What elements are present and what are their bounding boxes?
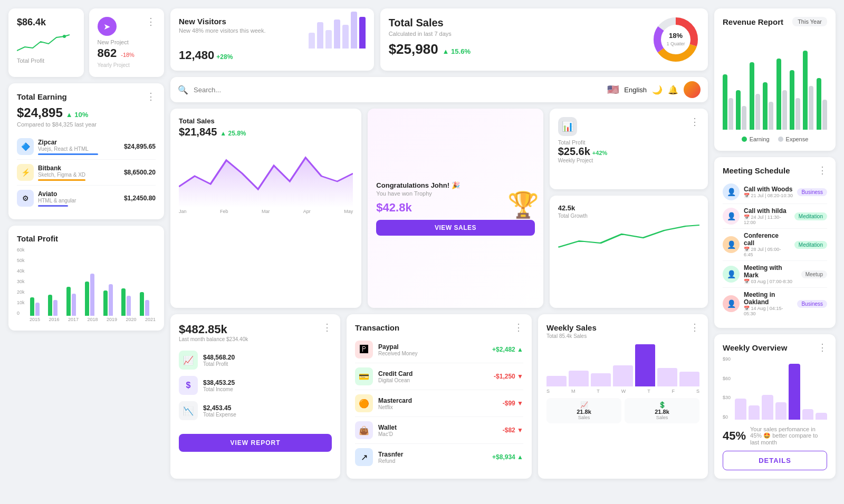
tp-bar-2015 <box>30 297 46 316</box>
bitbank-sub: Sketch, Figma & XD <box>38 172 124 178</box>
aviato-sub: HTML & angular <box>38 198 124 203</box>
total-profit-mini-chart <box>17 32 70 53</box>
tp-bar-2018 <box>85 274 101 316</box>
weekly-sales-more[interactable]: ⋮ <box>690 323 699 332</box>
tp-bar-2020 <box>121 288 137 316</box>
nv-bar-6 <box>351 12 357 49</box>
nv-bar-7 <box>359 17 366 49</box>
balance-item-profit: 📈 $48,568.20 Total Profit <box>179 347 332 373</box>
aviato-bar <box>38 205 68 207</box>
tp-bar-2016 <box>48 295 64 316</box>
earning-item-zipcar: 🔷 Zipcar Vuejs, React & HTML $24,895.65 <box>17 134 156 160</box>
new-visitors-title: New Visitors <box>179 17 265 26</box>
transaction-title: Transaction <box>355 323 399 332</box>
svg-point-0 <box>63 35 66 38</box>
transfer-icon: ↗ <box>355 448 373 466</box>
transaction-more[interactable]: ⋮ <box>514 323 523 332</box>
nv-bar-3 <box>325 30 332 49</box>
revenue-report-card: Revenue Report This Year Earning <box>714 8 836 151</box>
new-project-badge: -18% <box>121 52 135 58</box>
meeting-hilda: 👤 Call with hilda 📅 24 Jul | 11:30-12:00… <box>723 204 827 229</box>
total-growth-value: 42.5k <box>558 204 699 212</box>
total-profit-chart-card: Total Profit 60k 50k 40k 30k 20k 10k 0 <box>8 226 164 331</box>
zipcar-bar <box>38 153 98 155</box>
new-project-icon: ➤ <box>98 17 117 36</box>
wo-bar-6 <box>802 409 814 420</box>
total-profit-widget-badge: +42% <box>592 150 607 156</box>
wo-bar-7 <box>816 413 827 420</box>
meeting-oakland: 👤 Meeting in Oakland 📅 14 Aug | 04:15-05… <box>723 288 827 319</box>
total-profit-widget-card: 📊 ⋮ Total Profit $25.6k +42% Weekly Proj… <box>550 109 708 189</box>
weekly-overview-more[interactable]: ⋮ <box>818 343 827 352</box>
meeting-schedule-card: Meeting Schedule ⋮ 👤 Call with Woods 📅 2… <box>714 157 836 328</box>
ws-bar-t2 <box>635 344 655 386</box>
total-profit-chart-title: Total Profit <box>17 234 156 243</box>
details-button[interactable]: DETAILS <box>723 451 827 470</box>
total-earning-title: Total Earning <box>17 92 67 101</box>
wo-bar-3 <box>762 395 773 420</box>
trophy-icon: 🏆 <box>507 190 539 220</box>
moon-icon[interactable]: 🌙 <box>652 85 663 95</box>
ws-bar-s1 <box>546 376 567 386</box>
language-label: English <box>624 86 647 94</box>
new-project-more[interactable]: ⋮ <box>146 17 156 26</box>
total-sales-top-badge: ▲ 15.6% <box>443 47 471 55</box>
total-sales-line-chart <box>179 144 353 208</box>
column-1: $86.4k Total Profit ➤ ⋮ New Project 862 <box>8 8 164 479</box>
total-sales-donut: 18% 1 Quater <box>652 16 699 63</box>
total-earning-value: $24,895 <box>17 105 63 120</box>
total-earning-compare: Compared to $84,325 last year <box>17 121 156 128</box>
meeting-schedule-more[interactable]: ⋮ <box>818 166 827 175</box>
earning-legend-label: Earning <box>750 136 770 142</box>
meeting-conference: 👤 Conference call 📅 28 Jul | 05:00-6:45 … <box>723 229 827 261</box>
zipcar-icon: 🔷 <box>17 138 34 155</box>
svg-text:18%: 18% <box>669 32 683 40</box>
wo-bar-5 <box>789 364 800 420</box>
balance-more[interactable]: ⋮ <box>322 323 332 332</box>
bell-icon[interactable]: 🔔 <box>668 85 678 95</box>
new-visitors-value: 12,480 <box>179 49 214 62</box>
mark-badge: Meetup <box>801 270 827 278</box>
column-3: Revenue Report This Year Earning <box>714 8 836 479</box>
total-sales-chart-title: Total Sales <box>179 117 353 125</box>
meeting-mark: 👤 Meeting with Mark 📅 03 Aug | 07:00-8:3… <box>723 261 827 288</box>
expense-legend-dot <box>778 137 783 142</box>
balance-sub: Last month balance $234.40k <box>179 336 248 342</box>
search-input[interactable] <box>194 86 602 94</box>
hilda-avatar: 👤 <box>723 208 740 225</box>
earning-legend-dot <box>742 137 747 142</box>
wo-bar-1 <box>735 399 746 420</box>
weekly-overview-desc: Your sales perfomance in 45% 🤩 better co… <box>750 426 827 445</box>
total-earning-more[interactable]: ⋮ <box>146 92 156 101</box>
nv-bar-5 <box>342 25 349 49</box>
total-profit-widget-more[interactable]: ⋮ <box>690 117 699 127</box>
total-profit-amount: $86.4k <box>17 17 75 28</box>
txn-wallet: 👜 Wallet Mac'D -$82 ▼ <box>355 417 523 444</box>
avatar[interactable] <box>684 81 701 98</box>
congrats-title: Congratulations John! 🎉 <box>376 181 534 189</box>
ws-bar-m <box>569 371 589 386</box>
woods-badge: Business <box>797 188 827 196</box>
bitbank-icon: ⚡ <box>17 164 34 181</box>
revenue-period[interactable]: This Year <box>792 17 827 26</box>
total-growth-chart <box>558 221 699 250</box>
bitbank-name: Bitbank <box>38 164 124 172</box>
tp-bar-2017 <box>66 287 82 316</box>
total-growth-card: 42.5k Total Growth <box>550 196 708 308</box>
total-sales-top-card: Total Sales Calculated in last 7 days $2… <box>380 8 708 71</box>
zipcar-name: Zipcar <box>38 139 124 146</box>
view-sales-button[interactable]: VIEW SALES <box>376 220 534 236</box>
view-report-button[interactable]: VIEW REPORT <box>179 434 332 452</box>
weekly-sales-card: Weekly Sales ⋮ Total 85.4k Sales SMTWTFS <box>538 314 708 479</box>
bitbank-amount: $8,6500.20 <box>124 169 156 176</box>
oakland-badge: Business <box>797 300 827 308</box>
column-2: New Visitors New 48% more visitors this … <box>170 8 708 479</box>
nv-bar-2 <box>317 22 323 49</box>
ws-bar-f <box>657 368 677 386</box>
txn-transfer: ↗ Trasnfer Refund +$8,934 ▲ <box>355 444 523 470</box>
new-visitors-badge: +28% <box>216 53 233 61</box>
zipcar-amount: $24,895.65 <box>124 143 156 150</box>
hilda-badge: Meditation <box>794 212 827 220</box>
new-project-subtitle: New Project <box>98 39 156 45</box>
mastercard-icon: 🟠 <box>355 394 373 412</box>
